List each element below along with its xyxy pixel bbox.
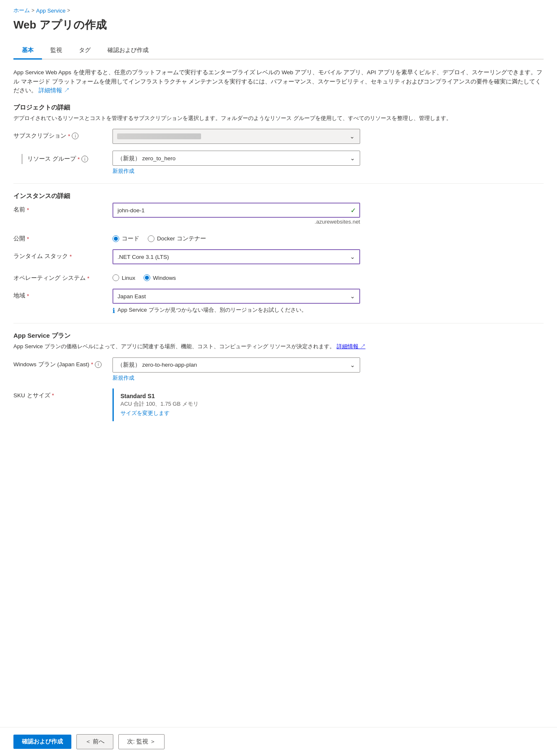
windows-plan-row: Windows プラン (Japan East) * i （新規） zero-t… bbox=[13, 357, 544, 382]
sku-title: Standard S1 bbox=[120, 393, 353, 399]
resource-group-new-link[interactable]: 新規作成 bbox=[112, 167, 360, 175]
name-check-icon: ✓ bbox=[350, 206, 356, 214]
region-required: * bbox=[27, 293, 29, 299]
sku-box: Standard S1 ACU 合計 100、1.75 GB メモリ サイズを変… bbox=[112, 388, 360, 421]
app-service-plan-link[interactable]: 詳細情報 ↗ bbox=[337, 343, 366, 349]
os-option-linux[interactable]: Linux bbox=[112, 274, 135, 281]
name-input[interactable] bbox=[112, 203, 360, 218]
domain-suffix: .azurewebsites.net bbox=[112, 219, 360, 225]
breadcrumb-service[interactable]: App Service bbox=[36, 8, 65, 14]
os-required: * bbox=[87, 275, 89, 282]
name-required: * bbox=[27, 207, 29, 213]
windows-plan-select[interactable]: （新規） zero-to-hero-app-plan bbox=[112, 357, 360, 373]
os-radio-group: Linux Windows bbox=[112, 271, 360, 281]
name-control: ✓ .azurewebsites.net bbox=[112, 203, 360, 225]
subscription-blur bbox=[117, 133, 201, 139]
region-select[interactable]: Japan East bbox=[112, 289, 360, 304]
windows-plan-new-link[interactable]: 新規作成 bbox=[112, 374, 360, 382]
sku-label: SKU とサイズ * bbox=[13, 388, 106, 399]
next-button[interactable]: 次: 監視 ＞ bbox=[118, 734, 165, 749]
os-radio-windows[interactable] bbox=[144, 274, 150, 281]
description-link[interactable]: 詳細情報 ↗ bbox=[39, 87, 70, 94]
subscription-info-icon[interactable]: i bbox=[72, 133, 78, 139]
publish-radio-docker[interactable] bbox=[148, 235, 154, 242]
name-row: 名前 * ✓ .azurewebsites.net bbox=[13, 203, 544, 225]
os-radio-linux[interactable] bbox=[112, 274, 119, 281]
resource-group-required: * bbox=[78, 156, 80, 162]
sku-row: SKU とサイズ * Standard S1 ACU 合計 100、1.75 G… bbox=[13, 388, 544, 421]
publish-control: コード Docker コンテナー bbox=[112, 232, 360, 242]
runtime-required: * bbox=[70, 253, 72, 260]
region-note: ℹ App Service プランが見つからない場合、別のリージョンをお試しくだ… bbox=[112, 306, 360, 315]
breadcrumb-sep1: > bbox=[31, 8, 34, 13]
runtime-select[interactable]: .NET Core 3.1 (LTS) bbox=[112, 249, 360, 264]
sku-change-link[interactable]: サイズを変更します bbox=[120, 409, 353, 417]
sku-desc: ACU 合計 100、1.75 GB メモリ bbox=[120, 400, 353, 408]
os-control: Linux Windows bbox=[112, 271, 360, 281]
divider-2 bbox=[13, 323, 544, 323]
subscription-select[interactable]: ⌄ bbox=[112, 129, 360, 144]
app-service-plan-desc: App Service プランの価格レベルによって、アプリに関連する場所、機能、… bbox=[13, 342, 544, 351]
runtime-select-wrapper: .NET Core 3.1 (LTS) bbox=[112, 249, 360, 264]
windows-plan-select-wrapper: （新規） zero-to-hero-app-plan bbox=[112, 357, 360, 373]
subscription-control: ⌄ bbox=[112, 129, 360, 144]
name-input-wrapper: ✓ bbox=[112, 203, 360, 218]
name-label: 名前 * bbox=[13, 203, 106, 214]
resource-group-select-wrapper: （新規） zero_to_hero bbox=[112, 151, 360, 166]
publish-radio-group: コード Docker コンテナー bbox=[112, 232, 360, 242]
divider-1 bbox=[13, 183, 544, 184]
os-option-windows[interactable]: Windows bbox=[144, 274, 176, 281]
publish-option-code[interactable]: コード bbox=[112, 235, 139, 242]
publish-required: * bbox=[27, 236, 29, 242]
runtime-label: ランタイム スタック * bbox=[13, 249, 106, 260]
breadcrumb: ホーム > App Service > bbox=[13, 7, 544, 14]
resource-group-select[interactable]: （新規） zero_to_hero bbox=[112, 151, 360, 166]
tabs: 基本 監視 タグ 確認および作成 bbox=[13, 42, 544, 60]
review-create-button[interactable]: 確認および作成 bbox=[13, 735, 71, 749]
windows-plan-control: （新規） zero-to-hero-app-plan 新規作成 bbox=[112, 357, 360, 382]
os-row: オペレーティング システム * Linux Windows bbox=[13, 271, 544, 282]
publish-radio-code[interactable] bbox=[112, 235, 119, 242]
runtime-control: .NET Core 3.1 (LTS) bbox=[112, 249, 360, 264]
resource-group-control: （新規） zero_to_hero 新規作成 bbox=[112, 151, 360, 175]
region-control: Japan East ℹ App Service プランが見つからない場合、別の… bbox=[112, 289, 360, 315]
os-label: オペレーティング システム * bbox=[13, 271, 106, 282]
sku-control: Standard S1 ACU 合計 100、1.75 GB メモリ サイズを変… bbox=[112, 388, 360, 421]
project-section-title: プロジェクトの詳細 bbox=[13, 104, 544, 112]
windows-plan-label: Windows プラン (Japan East) * i bbox=[13, 357, 106, 368]
footer: 確認および作成 ＜ 前へ 次: 監視 ＞ bbox=[0, 727, 557, 756]
windows-plan-info-icon[interactable]: i bbox=[95, 361, 102, 368]
page-title: Web アプリの作成 bbox=[13, 18, 544, 32]
tab-monitor[interactable]: 監視 bbox=[42, 42, 71, 60]
publish-label: 公開 * bbox=[13, 232, 106, 242]
project-section-desc: デプロイされているリソースとコストを管理するサブスクリプションを選択します。フォ… bbox=[13, 114, 544, 123]
publish-row: 公開 * コード Docker コンテナー bbox=[13, 232, 544, 242]
breadcrumb-home[interactable]: ホーム bbox=[13, 7, 30, 14]
resource-group-row: リソース グループ * i （新規） zero_to_hero 新規作成 bbox=[13, 151, 544, 175]
app-service-plan-title: App Service プラン bbox=[13, 332, 544, 340]
subscription-label: サブスクリプション * i bbox=[13, 129, 106, 140]
instance-section-title: インスタンスの詳細 bbox=[13, 192, 544, 200]
tab-tags[interactable]: タグ bbox=[71, 42, 99, 60]
region-label: 地域 * bbox=[13, 289, 106, 300]
subscription-required: * bbox=[68, 133, 70, 139]
breadcrumb-sep2: > bbox=[67, 8, 70, 13]
resource-group-label: リソース グループ * i bbox=[13, 151, 106, 164]
subscription-row: サブスクリプション * i ⌄ bbox=[13, 129, 544, 144]
description-text: App Service Web Apps を使用すると、任意のプラットフォームで… bbox=[13, 68, 544, 95]
subscription-chevron-icon: ⌄ bbox=[350, 133, 355, 140]
prev-button[interactable]: ＜ 前へ bbox=[76, 734, 113, 749]
region-select-wrapper: Japan East bbox=[112, 289, 360, 304]
runtime-row: ランタイム スタック * .NET Core 3.1 (LTS) bbox=[13, 249, 544, 264]
sku-required: * bbox=[52, 392, 54, 399]
tab-review[interactable]: 確認および作成 bbox=[99, 42, 157, 60]
windows-plan-required: * bbox=[91, 361, 93, 368]
region-row: 地域 * Japan East ℹ App Service プランが見つからない… bbox=[13, 289, 544, 315]
region-note-icon: ℹ bbox=[112, 307, 115, 315]
publish-option-docker[interactable]: Docker コンテナー bbox=[148, 235, 206, 242]
tab-basics[interactable]: 基本 bbox=[13, 42, 42, 60]
resource-group-info-icon[interactable]: i bbox=[81, 156, 88, 162]
